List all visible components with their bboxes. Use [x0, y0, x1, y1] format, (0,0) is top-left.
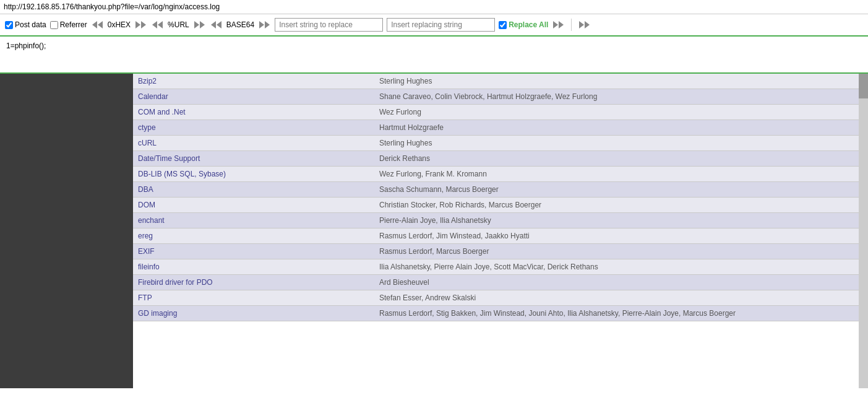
table-row: enchantPierre-Alain Joye, Ilia Alshanets…	[133, 213, 859, 228]
module-name: fileinfo	[133, 259, 374, 275]
url-left-icon	[152, 21, 163, 28]
module-credits: Derick Rethans	[374, 151, 859, 167]
post-data-checkbox[interactable]	[5, 21, 13, 29]
hex-left-icon	[92, 21, 103, 28]
hex-left-btn[interactable]	[91, 21, 104, 28]
table-row: Bzip2Sterling Hughes	[133, 74, 859, 89]
content-text: 1=phpinfo();	[6, 41, 46, 50]
module-name: FTP	[133, 290, 374, 306]
toolbar-separator	[571, 19, 572, 31]
post-data-label: Post data	[15, 20, 46, 29]
module-name: DOM	[133, 198, 374, 213]
module-name: Calendar	[133, 89, 374, 105]
hex-label: 0xHEX	[108, 20, 131, 29]
module-name: ctype	[133, 120, 374, 136]
module-name: Bzip2	[133, 74, 374, 89]
module-credits: Stefan Esser, Andrew Skalski	[374, 290, 859, 306]
module-credits: Sascha Schumann, Marcus Boerger	[374, 182, 859, 198]
module-credits: Wez Furlong	[374, 105, 859, 120]
toolbar: Post data Referrer 0xHEX %URL	[0, 14, 868, 37]
toolbar-extra-btn[interactable]	[578, 21, 591, 28]
table-row: cURLSterling Hughes	[133, 136, 859, 151]
referrer-item: Referrer	[50, 20, 87, 29]
replace-right-icon	[553, 21, 564, 28]
base64-label: BASE64	[226, 20, 254, 29]
module-credits: Rasmus Lerdorf, Jim Winstead, Jaakko Hya…	[374, 228, 859, 244]
url-bar: http://192.168.85.176/thankyou.php?file=…	[0, 0, 868, 14]
base64-left-icon	[211, 21, 221, 28]
url-right-btn[interactable]	[193, 21, 206, 28]
url-text: http://192.168.85.176/thankyou.php?file=…	[4, 2, 220, 11]
url-left-btn[interactable]	[151, 21, 164, 28]
table-row: DOMChristian Stocker, Rob Richards, Marc…	[133, 198, 859, 213]
module-name: cURL	[133, 136, 374, 151]
module-name: Firebird driver for PDO	[133, 275, 374, 290]
module-name: Date/Time Support	[133, 151, 374, 167]
main-section: Bzip2Sterling HughesCalendarShane Carave…	[0, 74, 868, 388]
table-row: Firebird driver for PDOArd Biesheuvel	[133, 275, 859, 290]
table-row: FTPStefan Esser, Andrew Skalski	[133, 290, 859, 306]
module-credits: Shane Caraveo, Colin Viebrock, Hartmut H…	[374, 89, 859, 105]
module-credits: Rasmus Lerdorf, Marcus Boerger	[374, 244, 859, 259]
module-name: GD imaging	[133, 306, 374, 321]
table-row: DBASascha Schumann, Marcus Boerger	[133, 182, 859, 198]
replace-all-checkbox[interactable]	[499, 21, 507, 29]
referrer-checkbox[interactable]	[50, 21, 58, 29]
module-credits: Sterling Hughes	[374, 136, 859, 151]
hex-right-icon	[135, 21, 146, 28]
modules-table: Bzip2Sterling HughesCalendarShane Carave…	[133, 74, 859, 321]
content-area: 1=phpinfo();	[0, 37, 868, 74]
table-row: fileinfoIlia Alshanetsky, Pierre Alain J…	[133, 259, 859, 275]
replace-all-item: Replace All	[499, 20, 548, 29]
toolbar-extra-icon	[579, 21, 590, 28]
table-row: ctypeHartmut Holzgraefe	[133, 120, 859, 136]
insert-replace-input[interactable]	[275, 18, 383, 32]
table-row: DB-LIB (MS SQL, Sybase)Wez Furlong, Fran…	[133, 167, 859, 182]
module-name: enchant	[133, 213, 374, 228]
module-credits: Sterling Hughes	[374, 74, 859, 89]
scrollbar[interactable]	[859, 74, 868, 388]
post-data-item: Post data	[5, 20, 46, 29]
replace-all-label: Replace All	[509, 20, 548, 29]
table-row: EXIFRasmus Lerdorf, Marcus Boerger	[133, 244, 859, 259]
module-name: ereg	[133, 228, 374, 244]
referrer-label: Referrer	[60, 20, 87, 29]
module-credits: Wez Furlong, Frank M. Kromann	[374, 167, 859, 182]
base64-left-btn[interactable]	[210, 21, 223, 28]
module-name: DB-LIB (MS SQL, Sybase)	[133, 167, 374, 182]
module-credits: Rasmus Lerdorf, Stig Bakken, Jim Winstea…	[374, 306, 859, 321]
hex-right-btn[interactable]	[134, 21, 147, 28]
insert-replacing-input[interactable]	[387, 18, 495, 32]
module-name: EXIF	[133, 244, 374, 259]
url-label: %URL	[168, 20, 189, 29]
replace-right-btn[interactable]	[552, 21, 565, 28]
table-row: Date/Time SupportDerick Rethans	[133, 151, 859, 167]
module-credits: Hartmut Holzgraefe	[374, 120, 859, 136]
table-container: Bzip2Sterling HughesCalendarShane Carave…	[133, 74, 859, 388]
sidebar	[0, 74, 133, 388]
scrollbar-thumb[interactable]	[859, 74, 868, 98]
table-row: eregRasmus Lerdorf, Jim Winstead, Jaakko…	[133, 228, 859, 244]
module-credits: Pierre-Alain Joye, Ilia Alshanetsky	[374, 213, 859, 228]
table-row: CalendarShane Caraveo, Colin Viebrock, H…	[133, 89, 859, 105]
module-credits: Ard Biesheuvel	[374, 275, 859, 290]
base64-right-btn[interactable]	[258, 21, 271, 28]
table-row: COM and .NetWez Furlong	[133, 105, 859, 120]
module-name: COM and .Net	[133, 105, 374, 120]
base64-right-icon	[259, 21, 270, 28]
module-credits: Ilia Alshanetsky, Pierre Alain Joye, Sco…	[374, 259, 859, 275]
url-right-icon	[194, 21, 205, 28]
module-credits: Christian Stocker, Rob Richards, Marcus …	[374, 198, 859, 213]
module-name: DBA	[133, 182, 374, 198]
table-row: GD imagingRasmus Lerdorf, Stig Bakken, J…	[133, 306, 859, 321]
